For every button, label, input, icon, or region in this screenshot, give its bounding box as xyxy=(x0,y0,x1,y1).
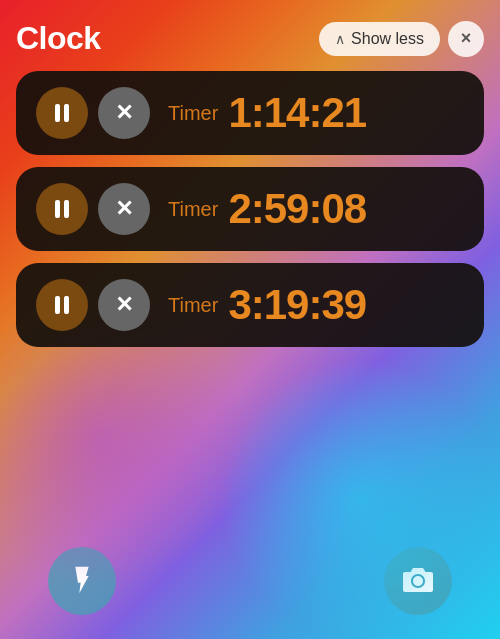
timer-1-cancel-button[interactable]: ✕ xyxy=(98,87,150,139)
pause-bar-left xyxy=(55,104,60,122)
header-controls: ∧ Show less × xyxy=(319,21,484,57)
header: Clock ∧ Show less × xyxy=(16,20,484,57)
timer-1-info: Timer 1:14:21 xyxy=(168,92,464,134)
timer-1-time: 1:14:21 xyxy=(228,92,366,134)
timer-2-label: Timer xyxy=(168,198,218,221)
pause-bar-left xyxy=(55,296,60,314)
timer-3-controls: ✕ xyxy=(36,279,150,331)
timer-2-controls: ✕ xyxy=(36,183,150,235)
timer-3-label: Timer xyxy=(168,294,218,317)
show-less-button[interactable]: ∧ Show less xyxy=(319,22,440,56)
chevron-up-icon: ∧ xyxy=(335,31,345,47)
timer-1-label: Timer xyxy=(168,102,218,125)
timer-3-info: Timer 3:19:39 xyxy=(168,284,464,326)
timer-2-time: 2:59:08 xyxy=(228,188,366,230)
timer-2-info: Timer 2:59:08 xyxy=(168,188,464,230)
timer-2-pause-button[interactable] xyxy=(36,183,88,235)
timer-card-1: ✕ Timer 1:14:21 xyxy=(16,71,484,155)
timer-3-time: 3:19:39 xyxy=(228,284,366,326)
timer-3-pause-button[interactable] xyxy=(36,279,88,331)
timer-card-3: ✕ Timer 3:19:39 xyxy=(16,263,484,347)
cancel-icon: ✕ xyxy=(115,292,133,318)
pause-icon xyxy=(55,296,69,314)
pause-bar-left xyxy=(55,200,60,218)
pause-bar-right xyxy=(64,200,69,218)
cancel-icon: ✕ xyxy=(115,196,133,222)
timer-1-pause-button[interactable] xyxy=(36,87,88,139)
timer-3-cancel-button[interactable]: ✕ xyxy=(98,279,150,331)
cancel-icon: ✕ xyxy=(115,100,133,126)
show-less-label: Show less xyxy=(351,30,424,48)
close-button[interactable]: × xyxy=(448,21,484,57)
app-title: Clock xyxy=(16,20,101,57)
timer-2-cancel-button[interactable]: ✕ xyxy=(98,183,150,235)
app-container: Clock ∧ Show less × ✕ Timer xyxy=(0,0,500,639)
close-icon: × xyxy=(461,28,472,49)
pause-icon xyxy=(55,200,69,218)
pause-bar-right xyxy=(64,104,69,122)
pause-bar-right xyxy=(64,296,69,314)
timer-card-2: ✕ Timer 2:59:08 xyxy=(16,167,484,251)
timer-1-controls: ✕ xyxy=(36,87,150,139)
pause-icon xyxy=(55,104,69,122)
